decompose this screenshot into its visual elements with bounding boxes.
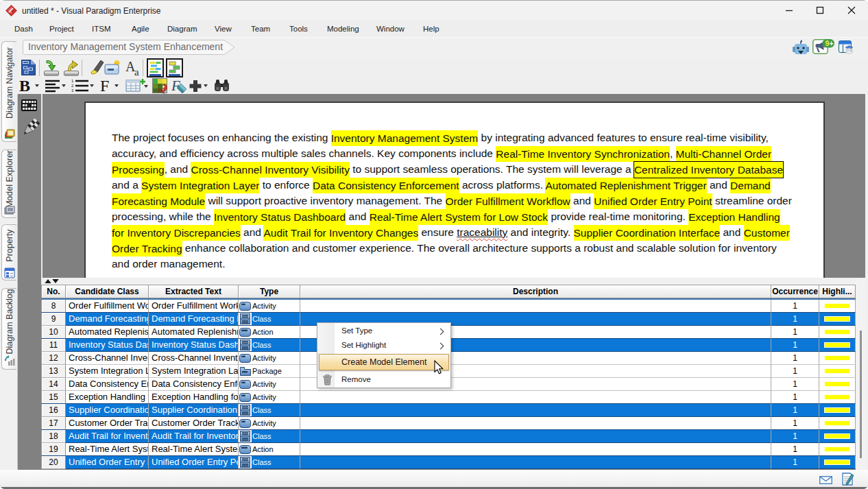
svg-text:1: 1 xyxy=(71,79,74,83)
svg-text:B: B xyxy=(19,78,30,94)
svg-text:2: 2 xyxy=(71,84,74,88)
svg-text:F: F xyxy=(100,78,109,94)
svg-text:3: 3 xyxy=(71,88,74,93)
svg-text:+: + xyxy=(830,39,834,47)
svg-text:a: a xyxy=(134,67,139,77)
